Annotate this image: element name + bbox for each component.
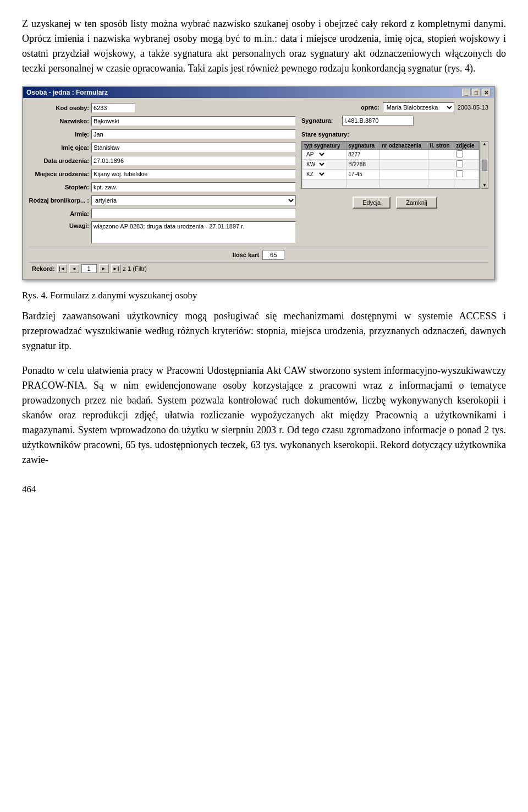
rodzaj-broni-select[interactable]: artyleria bbox=[91, 195, 296, 205]
row3-nr-odzn bbox=[380, 170, 428, 179]
row2-nr-odzn bbox=[380, 160, 428, 170]
data-urodzenia-label: Data urodzenia: bbox=[29, 157, 89, 164]
table-row: KZ 17-45 bbox=[302, 170, 479, 179]
ilosc-kart-label: Ilość kart bbox=[233, 252, 259, 258]
row3-typ-select[interactable]: KZ bbox=[304, 171, 326, 178]
nav-next-button[interactable]: ► bbox=[99, 264, 109, 273]
imie-ojca-label: Imię ojca: bbox=[29, 144, 89, 151]
row3-sygnatura: 17-45 bbox=[346, 170, 380, 179]
table-row: AP 8277 bbox=[302, 150, 479, 160]
dialog-window: Osoba - jedna : Formularz _ □ ✕ Kod osob… bbox=[22, 86, 495, 280]
rekord-label: Rekord: bbox=[32, 265, 55, 272]
paragraph-3: Ponadto w celu ułatwienia pracy w Pracow… bbox=[22, 363, 506, 467]
imie-row: Imię: bbox=[29, 129, 296, 140]
table-row-empty bbox=[302, 179, 479, 188]
maximize-button[interactable]: □ bbox=[472, 89, 481, 96]
stare-sygnatury-label: Stare sygnatury: bbox=[301, 131, 488, 138]
col-sygnatura: sygnatura bbox=[346, 142, 380, 150]
miejsce-urodzenia-row: Miejsce urodzenia: bbox=[29, 168, 296, 179]
row1-il-stron bbox=[428, 150, 454, 160]
rodzaj-broni-label: Rodzaj broni/korp... : bbox=[29, 197, 89, 204]
stopien-label: Stopień: bbox=[29, 184, 89, 190]
dialog-right-panel: oprac: Maria Białobrzeska 2003-05-13 Syg… bbox=[301, 102, 488, 243]
close-button[interactable]: ✕ bbox=[482, 89, 491, 96]
miejsce-urodzenia-input[interactable] bbox=[91, 169, 296, 179]
rodzaj-broni-row: Rodzaj broni/korp... : artyleria bbox=[29, 195, 296, 206]
armia-input[interactable] bbox=[91, 209, 296, 219]
nazwisko-input[interactable] bbox=[91, 116, 296, 126]
zamknij-button[interactable]: Zamknij bbox=[396, 197, 437, 209]
row3-typ: KZ bbox=[302, 170, 346, 179]
col-nr-odzn: nr odznaczenia bbox=[380, 142, 428, 150]
imie-input[interactable] bbox=[91, 129, 296, 139]
armia-row: Armia: bbox=[29, 208, 296, 219]
imie-label: Imię: bbox=[29, 131, 89, 138]
row2-sygnatura: B/2788 bbox=[346, 160, 380, 170]
table-row: KW B/2788 bbox=[302, 160, 479, 170]
edycja-button[interactable]: Edycja bbox=[353, 197, 391, 209]
stopien-row: Stopień: bbox=[29, 182, 296, 193]
kod-osoby-input[interactable] bbox=[91, 103, 135, 113]
row2-zdjecie bbox=[454, 160, 479, 170]
armia-label: Armia: bbox=[29, 210, 89, 217]
col-zdjecie: zdjęcie bbox=[454, 142, 479, 150]
rekord-num-input[interactable] bbox=[81, 264, 97, 273]
nazwisko-label: Nazwisko: bbox=[29, 118, 89, 124]
uwagi-textarea[interactable]: włączono AP 8283; druga data urodzenia -… bbox=[91, 221, 296, 243]
row3-zdjecie bbox=[454, 170, 479, 179]
nav-first-button[interactable]: |◄ bbox=[57, 264, 67, 273]
uwagi-row: Uwagi: włączono AP 8283; druga data urod… bbox=[29, 221, 296, 243]
dialog-main-area: Kod osoby: Nazwisko: Imię: Imię ojca: Da… bbox=[29, 102, 488, 243]
col-typ: typ sygnatury bbox=[302, 142, 346, 150]
dialog-titlebar: Osoba - jedna : Formularz _ □ ✕ bbox=[23, 87, 494, 98]
rekord-bar: Rekord: |◄ ◄ ► ►| z 1 (Filtr) bbox=[29, 262, 488, 275]
sygnatury-table-wrapper: typ sygnatury sygnatura nr odznaczenia i… bbox=[301, 141, 480, 189]
row1-typ-select[interactable]: AP bbox=[304, 151, 326, 158]
right-buttons: Edycja Zamknij bbox=[301, 197, 488, 209]
imie-ojca-row: Imię ojca: bbox=[29, 142, 296, 153]
stare-sygnatury-table-container: typ sygnatury sygnatura nr odznaczenia i… bbox=[301, 141, 488, 189]
row2-typ: KW bbox=[302, 160, 346, 170]
paragraph-2: Bardziej zaawansowani użytkownicy mogą p… bbox=[22, 309, 506, 353]
sygnatury-table: typ sygnatury sygnatura nr odznaczenia i… bbox=[302, 141, 479, 188]
row2-typ-select[interactable]: KW bbox=[304, 161, 326, 168]
minimize-button[interactable]: _ bbox=[462, 89, 471, 96]
page-number: 464 bbox=[22, 484, 506, 495]
row1-zdjecie bbox=[454, 150, 479, 160]
dialog-left-panel: Kod osoby: Nazwisko: Imię: Imię ojca: Da… bbox=[29, 102, 296, 243]
col-il-stron: il. stron bbox=[428, 142, 454, 150]
stopien-input[interactable] bbox=[91, 182, 296, 192]
oprac-label: oprac: bbox=[361, 104, 380, 111]
row3-il-stron bbox=[428, 170, 454, 179]
row1-typ: AP bbox=[302, 150, 346, 160]
kod-osoby-label: Kod osoby: bbox=[29, 105, 89, 111]
sygnatura-input[interactable] bbox=[342, 116, 414, 126]
nazwisko-row: Nazwisko: bbox=[29, 116, 296, 127]
imie-ojca-input[interactable] bbox=[91, 143, 296, 152]
intro-paragraph-1: Z uzyskanej w ten sposób listy można wyb… bbox=[22, 17, 506, 76]
dialog-title: Osoba - jedna : Formularz bbox=[26, 89, 108, 96]
ilosc-kart-input[interactable] bbox=[262, 250, 284, 260]
miejsce-urodzenia-label: Miejsce urodzenia: bbox=[29, 171, 89, 177]
row1-nr-odzn bbox=[380, 150, 428, 160]
data-urodzenia-input[interactable] bbox=[91, 156, 296, 166]
nav-prev-button[interactable]: ◄ bbox=[69, 264, 79, 273]
sygnatura-row: Sygnatura: bbox=[301, 116, 488, 126]
dialog-body: Kod osoby: Nazwisko: Imię: Imię ojca: Da… bbox=[23, 98, 494, 279]
row3-zdjecie-check[interactable] bbox=[456, 170, 463, 177]
row1-sygnatura: 8277 bbox=[346, 150, 380, 160]
oprac-row: oprac: Maria Białobrzeska 2003-05-13 bbox=[301, 102, 488, 112]
rekord-info: z 1 (Filtr) bbox=[123, 265, 147, 272]
nav-next2-button[interactable]: ►| bbox=[111, 264, 121, 273]
figure-caption: Rys. 4. Formularz z danymi wyszukanej os… bbox=[22, 290, 506, 301]
data-urodzenia-row: Data urodzenia: bbox=[29, 155, 296, 166]
oprac-date: 2003-05-13 bbox=[458, 104, 488, 111]
table-scrollbar[interactable]: ▲ ▼ bbox=[481, 141, 488, 189]
sygnatura-label: Sygnatura: bbox=[301, 117, 339, 124]
oprac-select[interactable]: Maria Białobrzeska bbox=[383, 102, 454, 112]
row2-zdjecie-check[interactable] bbox=[456, 160, 463, 167]
row1-zdjecie-check[interactable] bbox=[456, 150, 463, 157]
row2-il-stron bbox=[428, 160, 454, 170]
dialog-titlebar-buttons: _ □ ✕ bbox=[462, 89, 491, 96]
uwagi-label: Uwagi: bbox=[29, 222, 89, 229]
